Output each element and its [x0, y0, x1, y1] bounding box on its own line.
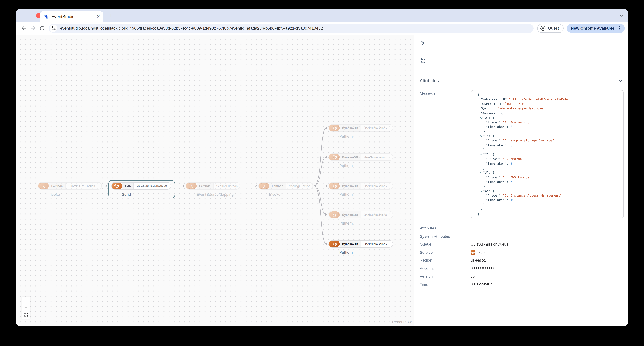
json-line: "Answer":"B. AWS Lambda" — [474, 175, 620, 180]
node-pill[interactable]: λLambdaScoringFunction — [186, 182, 240, 190]
flow-node-lambda-scoring-invoke[interactable]: λLambdaScoringFunctionInvoke — [258, 182, 313, 197]
flow-node-ddb-3[interactable]: DynamoDBUserSubmissionsPutItem — [328, 182, 393, 197]
node-pill[interactable]: DynamoDBUserSubmissions — [328, 153, 393, 161]
flow-node-sqs-queue[interactable]: SQSQuizSubmissionQueueSend — [111, 182, 171, 197]
tab-eventstudio[interactable]: EventStudio × — [40, 11, 104, 22]
node-action-label: PutItem — [339, 192, 393, 197]
tab-search-chevron-icon[interactable] — [619, 13, 624, 18]
json-line: "TimeTaken": 9 — [474, 161, 620, 166]
json-line: "SubmissionID":"6ffdcbc5-8e8d-4a82-97eb-… — [474, 97, 620, 102]
chrome-update-button[interactable]: New Chrome available — [567, 24, 625, 33]
json-collapse-caret-icon[interactable] — [480, 190, 482, 192]
section-link-attributes[interactable]: Attributes — [414, 224, 628, 232]
message-row: Message {"SubmissionID":"6ffdcbc5-8e8d-4… — [414, 90, 628, 218]
json-collapse-caret-icon[interactable] — [480, 153, 482, 155]
json-line: "4": { — [474, 189, 620, 193]
node-service-label: DynamoDB — [340, 183, 361, 189]
node-pill[interactable]: λLambdaSubmitQuizFunction — [38, 182, 102, 190]
address-bar[interactable]: eventstudio.localhost.localstack.cloud:4… — [49, 24, 534, 33]
json-collapse-caret-icon[interactable] — [480, 171, 482, 174]
flow-node-ddb-5[interactable]: DynamoDBUserSubmissionsPutItem — [328, 240, 393, 255]
browser-window: EventStudio × + eve — [16, 9, 628, 326]
node-resource-label: QuizSubmissionQueue — [134, 183, 170, 189]
zoom-in-button[interactable]: + — [22, 297, 30, 304]
node-pill[interactable]: DynamoDBUserSubmissions — [328, 240, 393, 248]
flow-node-ddb-2[interactable]: DynamoDBUserSubmissionsPutItem — [328, 153, 393, 168]
tab-strip: EventStudio × + — [16, 9, 628, 22]
sqs-icon — [471, 250, 475, 254]
node-resource-label: UserSubmissions — [361, 183, 393, 189]
flow-edge — [314, 186, 326, 244]
dynamodb-icon — [329, 211, 340, 218]
flow-canvas[interactable]: λLambdaSubmitQuizFunctionInvokeSQSQuizSu… — [16, 35, 414, 326]
attribute-value: 000000000000 — [471, 266, 495, 270]
attributes-header-label: Attributes — [420, 78, 439, 83]
replay-event-button[interactable] — [420, 58, 426, 64]
react-flow-attribution: React Flow — [392, 319, 412, 324]
fit-view-button[interactable] — [22, 311, 30, 318]
node-pill[interactable]: DynamoDBUserSubmissions — [328, 211, 393, 218]
chevron-right-icon — [419, 40, 426, 47]
svg-text:λ: λ — [42, 184, 45, 188]
node-resource-label: SubmitQuizFunction — [66, 183, 102, 189]
site-settings-button[interactable] — [50, 25, 57, 32]
json-collapse-caret-icon[interactable] — [478, 112, 480, 114]
svg-text:λ: λ — [190, 184, 193, 188]
node-action-label: Invoke — [269, 192, 313, 197]
node-service-label: DynamoDB — [340, 211, 361, 218]
forward-arrow-icon — [30, 25, 36, 31]
eventstudio-favicon-icon — [44, 14, 49, 19]
collapse-panel-button[interactable] — [419, 40, 426, 47]
node-action-label: PutItem — [339, 250, 393, 255]
close-tab-icon[interactable]: × — [97, 14, 100, 19]
attribute-label: Version — [420, 274, 471, 279]
flow-edge — [314, 128, 326, 186]
tab-title: EventStudio — [51, 14, 94, 19]
json-line: } — [474, 212, 620, 216]
browser-toolbar: eventstudio.localhost.localstack.cloud:4… — [16, 22, 628, 35]
node-action-label: EventSourceMapping — [196, 192, 240, 197]
attributes-header[interactable]: Attributes — [414, 74, 628, 87]
node-pill[interactable]: DynamoDBUserSubmissions — [328, 124, 393, 132]
attribute-row-region: Regionus-east-1 — [414, 256, 628, 264]
attribute-row-account: Account000000000000 — [414, 264, 628, 272]
json-line: } — [474, 203, 620, 207]
json-line: "TimeTaken": 8 — [474, 125, 620, 129]
node-service-label: DynamoDB — [340, 154, 361, 160]
details-panel: Attributes Message {"SubmissionID":"6ffd… — [414, 35, 628, 326]
restart-icon — [420, 58, 426, 64]
attribute-value: QuizSubmissionQueue — [471, 242, 508, 246]
dynamodb-icon — [329, 125, 340, 131]
node-pill[interactable]: DynamoDBUserSubmissions — [328, 182, 393, 190]
node-pill[interactable]: SQSQuizSubmissionQueue — [111, 182, 171, 190]
forward-button[interactable] — [28, 24, 38, 33]
flow-node-lambda-submit[interactable]: λLambdaSubmitQuizFunctionInvoke — [38, 182, 102, 197]
section-link-system-attributes[interactable]: System Attributes — [414, 232, 628, 240]
flow-node-lambda-scoring-esm[interactable]: λLambdaScoringFunctionEventSourceMapping — [186, 182, 240, 197]
chrome-update-label: New Chrome available — [571, 26, 614, 31]
node-pill[interactable]: λLambdaScoringFunction — [258, 182, 313, 190]
flow-node-ddb-4[interactable]: DynamoDBUserSubmissionsPutItem — [328, 211, 393, 225]
main-content: λLambdaSubmitQuizFunctionInvokeSQSQuizSu… — [16, 35, 628, 326]
chevron-down-icon[interactable] — [618, 78, 623, 83]
json-line: "Username":"cloudRookie" — [474, 102, 620, 106]
kebab-menu-icon[interactable] — [617, 26, 622, 31]
zoom-out-button[interactable]: − — [22, 304, 30, 311]
json-collapse-caret-icon[interactable] — [475, 93, 477, 96]
new-tab-button[interactable]: + — [108, 12, 114, 19]
back-button[interactable] — [19, 24, 28, 33]
guest-profile-button[interactable]: Guest — [537, 24, 563, 33]
json-line: "TimeTaken": 6 — [474, 143, 620, 147]
json-collapse-caret-icon[interactable] — [480, 116, 482, 119]
flow-edge — [314, 186, 326, 215]
url-text: eventstudio.localhost.localstack.cloud:4… — [60, 26, 323, 31]
site-settings-sliders-icon — [51, 26, 56, 31]
json-collapse-caret-icon[interactable] — [480, 135, 482, 137]
guest-avatar-icon — [540, 25, 546, 31]
lambda-icon: λ — [38, 183, 49, 189]
reload-button[interactable] — [38, 24, 46, 33]
attribute-row-queue: QueueQuizSubmissionQueue — [414, 240, 628, 248]
attribute-row-version: Versionv0 — [414, 272, 628, 280]
json-line: "Answer":"C. Amazon RDS" — [474, 157, 620, 161]
flow-node-ddb-1[interactable]: DynamoDBUserSubmissionsPutItem — [328, 124, 393, 139]
